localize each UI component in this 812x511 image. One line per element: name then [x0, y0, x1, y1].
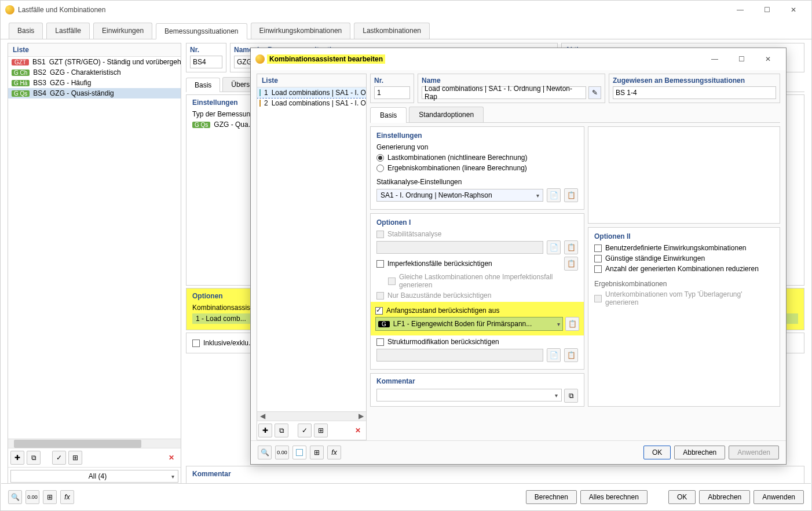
radio-ek-row[interactable]: Ergebniskombinationen (lineare Berechnun… [376, 164, 578, 172]
edit-icon: 📋 [567, 243, 576, 251]
inklusive-checkbox[interactable] [192, 340, 200, 347]
dlg-help-button[interactable]: 🔍 [258, 446, 272, 459]
dlg-tab-basis[interactable]: Basis [370, 107, 407, 123]
tab-bemessungssituationen[interactable]: Bemessungssituationen [156, 23, 247, 39]
stab-edit-button[interactable]: 📋 [564, 240, 578, 254]
dlg-tab-standard[interactable]: Standardoptionen [409, 107, 484, 122]
tab-einwirkungskombinationen[interactable]: Einwirkungskombinationen [251, 23, 351, 39]
struktur-checkbox[interactable] [376, 338, 384, 346]
dialog-list-body[interactable]: 1 Load combinations | SA1 - I. Ord... 2 … [257, 87, 366, 411]
dialog-close-button[interactable]: ✕ [755, 50, 781, 68]
tab-lastkombinationen[interactable]: Lastkombinationen [354, 23, 430, 39]
kombi-value: 1 - Load comb... [196, 315, 246, 323]
list-toolbar: ✚ ⧉ ✓ ⊞ ✕ [8, 448, 181, 467]
dlg-copy-button[interactable]: ⧉ [275, 424, 288, 437]
anwenden-button-main[interactable]: Anwenden [754, 490, 804, 504]
anzahl-checkbox[interactable] [594, 265, 602, 273]
dlg-cancel-button[interactable]: Abbrechen [674, 446, 725, 459]
berechnen-button[interactable]: Berechnen [526, 490, 577, 504]
dlg-units-button[interactable]: 0.00 [275, 446, 289, 459]
struktur-edit-button[interactable]: 📋 [564, 348, 578, 362]
imperf-checkbox[interactable] [376, 260, 384, 268]
alles-berechnen-button[interactable]: Alles berechnen [580, 490, 648, 504]
struktur-row[interactable]: Strukturmodifikation berücksichtigen [376, 338, 578, 346]
ok-button-main[interactable]: OK [668, 490, 696, 504]
list-body[interactable]: GZT BS1 GZT (STR/GEO) - Ständig und vorü… [8, 57, 181, 439]
maximize-button[interactable]: ☐ [754, 1, 780, 19]
tab-lastfaelle[interactable]: Lastfälle [46, 23, 90, 39]
statik-new-button[interactable]: 📄 [547, 188, 561, 202]
dialog-list-row-2[interactable]: 2 Load combinations | SA1 - I. Ord... [257, 98, 366, 108]
imperf-edit-button[interactable]: 📋 [564, 257, 578, 271]
main-footer: 🔍 0.00 ⊞ fx Berechnen Alles berechnen OK… [1, 483, 811, 510]
help-button[interactable]: 🔍 [8, 490, 22, 504]
list-row-bs2[interactable]: G Ch BS2 GZG - Charakteristisch [8, 67, 181, 78]
subtab-basis[interactable]: Basis [186, 78, 220, 92]
anfang-checkbox[interactable] [375, 307, 383, 315]
dlg-fx-button[interactable]: fx [327, 446, 341, 459]
scroll-right-icon[interactable]: ▶ [357, 412, 365, 420]
anfang-combo[interactable]: G LF1 - Eigengewicht Boden für Primärspa… [375, 317, 563, 331]
list-row-bs1[interactable]: GZT BS1 GZT (STR/GEO) - Ständig und vorü… [8, 57, 181, 67]
scroll-thumb[interactable] [14, 440, 141, 448]
units-button[interactable]: 0.00 [25, 490, 39, 504]
main-tabs: Basis Lastfälle Einwirkungen Bemessungss… [1, 19, 811, 39]
dlg-nr-input[interactable]: 1 [374, 86, 410, 99]
g-badge: G [378, 321, 390, 327]
dialog-list-row-1[interactable]: 1 Load combinations | SA1 - I. Ord... [257, 87, 366, 98]
benutzer-row[interactable]: Benutzerdefinierte Einwirkungskombinatio… [594, 244, 774, 252]
tab-basis[interactable]: Basis [9, 23, 43, 39]
minimize-button[interactable]: — [727, 1, 754, 19]
abbrechen-button-main[interactable]: Abbrechen [699, 490, 750, 504]
edit-icon: 📋 [567, 191, 576, 199]
imperf-row[interactable]: Imperfektionsfälle berücksichtigen 📋 [376, 257, 578, 271]
list-row-bs3[interactable]: G Hä BS3 GZG - Häufig [8, 78, 181, 88]
anfang-row[interactable]: Anfangszustand berücksichtigen aus [371, 306, 584, 315]
dlg-struct-button-2[interactable]: ⊞ [310, 446, 324, 459]
row-num: 2 [264, 99, 268, 107]
tool-button-2[interactable]: fx [60, 490, 74, 504]
tab-einwirkungen[interactable]: Einwirkungen [93, 23, 152, 39]
dlg-color-button[interactable] [292, 446, 306, 459]
dlg-struct-button[interactable]: ⊞ [314, 424, 328, 437]
stab-new-button[interactable]: 📄 [547, 240, 561, 254]
dlg-delete-button[interactable]: ✕ [351, 424, 365, 437]
filter-select[interactable]: All (4) ▾ [10, 470, 178, 483]
kommentar-combo[interactable]: ▾ [376, 389, 562, 402]
dialog-list-scroll[interactable]: ◀ ▶ [257, 411, 366, 421]
dlg-assigned-input[interactable]: BS 1-4 [613, 86, 776, 99]
nr-input[interactable]: BS4 [190, 56, 222, 68]
combination-wizard-dialog: Kombinationsassistent bearbeiten — ☐ ✕ L… [250, 48, 787, 465]
struktur-new-button[interactable]: 📄 [547, 348, 561, 362]
radio-lk[interactable] [376, 154, 384, 162]
anzahl-row[interactable]: Anzahl der generierten Kombinationen red… [594, 265, 774, 273]
dialog-maximize-button[interactable]: ☐ [728, 50, 755, 68]
kommentar-edit-button[interactable]: ⧉ [564, 389, 578, 403]
tool-button-1[interactable]: ⊞ [43, 490, 57, 504]
close-button[interactable]: ✕ [780, 1, 807, 19]
anfang-edit-button[interactable]: 📋 [565, 317, 579, 331]
scroll-left-icon[interactable]: ◀ [258, 412, 266, 420]
uncheck-all-button[interactable]: ⊞ [68, 451, 82, 465]
dlg-apply-button[interactable]: Anwenden [729, 446, 779, 459]
new-button[interactable]: ✚ [10, 451, 24, 465]
guenstig-checkbox[interactable] [594, 255, 602, 262]
list-h-scrollbar[interactable] [8, 439, 181, 448]
check-all-button[interactable]: ✓ [52, 451, 66, 465]
list-row-bs4[interactable]: G Qs BS4 GZG - Quasi-ständig [8, 88, 181, 98]
new-icon: ✚ [14, 454, 20, 462]
radio-lk-row[interactable]: Lastkombinationen (nichtlineare Berechnu… [376, 154, 578, 162]
dlg-check-button[interactable]: ✓ [298, 424, 312, 437]
name-edit-button[interactable]: ✎ [588, 86, 601, 99]
guenstig-row[interactable]: Günstige ständige Einwirkungen [594, 254, 774, 262]
benutzer-checkbox[interactable] [594, 244, 602, 252]
statik-edit-button[interactable]: 📋 [564, 188, 578, 202]
dialog-minimize-button[interactable]: — [701, 50, 728, 68]
delete-button[interactable]: ✕ [164, 451, 178, 465]
dlg-new-button[interactable]: ✚ [258, 424, 272, 437]
statik-combo[interactable]: SA1 - I. Ordnung | Newton-Raphson ▾ [376, 189, 543, 202]
dlg-name-input[interactable]: Load combinations | SA1 - I. Ordnung | N… [422, 86, 586, 99]
radio-ek[interactable] [376, 165, 384, 172]
dlg-ok-button[interactable]: OK [643, 446, 671, 459]
copy-button[interactable]: ⧉ [27, 451, 41, 465]
